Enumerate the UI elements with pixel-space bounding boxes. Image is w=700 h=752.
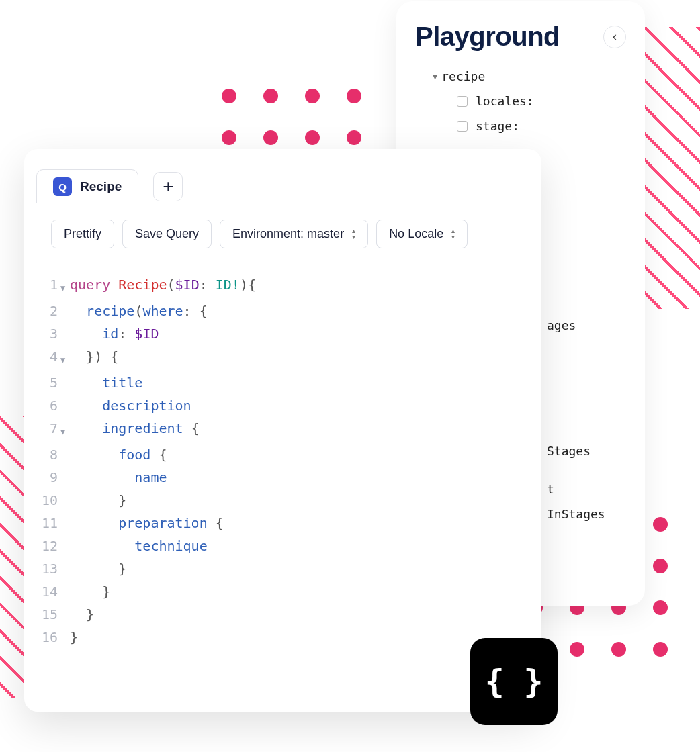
chevron-left-icon: ‹	[613, 30, 617, 44]
tab-recipe[interactable]: Q Recipe	[36, 169, 138, 203]
tree-node-recipe[interactable]: ▼ recipe	[433, 64, 626, 89]
line-number: 16	[40, 626, 60, 649]
editor-toolbar: Prettify Save Query Environment: master …	[24, 207, 541, 261]
fold-caret-icon	[60, 512, 70, 534]
query-badge-icon: Q	[53, 177, 72, 196]
code-line[interactable]: 5 title	[40, 371, 525, 394]
code-line[interactable]: 15 }	[40, 603, 525, 626]
code-line[interactable]: 6 description	[40, 394, 525, 417]
tree-item-stage[interactable]: stage:	[433, 113, 626, 138]
code-line[interactable]: 16}	[40, 626, 525, 649]
code-line-content: }	[70, 626, 78, 649]
query-editor-panel: Q Recipe + Prettify Save Query Environme…	[24, 149, 541, 712]
line-number: 13	[40, 557, 60, 580]
add-tab-button[interactable]: +	[153, 172, 183, 201]
code-line-content: technique	[70, 534, 208, 557]
tab-label: Recipe	[80, 179, 122, 194]
code-line-content: }	[70, 580, 110, 603]
line-number: 1	[40, 273, 60, 299]
line-number: 12	[40, 534, 60, 557]
fold-caret-icon[interactable]: ▼	[60, 417, 70, 443]
fold-caret-icon	[60, 394, 70, 417]
select-label: No Locale	[389, 227, 443, 241]
fold-caret-icon[interactable]: ▼	[60, 345, 70, 371]
playground-title: Playground	[415, 21, 560, 52]
fold-caret-icon	[60, 322, 70, 345]
tree-item-label: locales:	[476, 94, 534, 108]
fold-caret-icon	[60, 626, 70, 649]
code-line-content: preparation {	[70, 512, 224, 534]
code-line-content: title	[70, 371, 142, 394]
code-line-content: }	[70, 603, 94, 626]
fold-caret-icon	[60, 489, 70, 512]
dot-grid-top	[222, 89, 361, 145]
braces-icon: { }	[485, 663, 543, 700]
checkbox-icon[interactable]	[457, 96, 468, 107]
code-line-content: }	[70, 557, 126, 580]
code-line[interactable]: 9 name	[40, 466, 525, 489]
code-line[interactable]: 7▼ ingredient {	[40, 417, 525, 443]
line-number: 14	[40, 580, 60, 603]
line-number: 11	[40, 512, 60, 534]
checkbox-icon[interactable]	[457, 121, 468, 132]
plus-icon: +	[163, 176, 173, 197]
line-number: 7	[40, 417, 60, 443]
line-number: 15	[40, 603, 60, 626]
code-line-content: description	[70, 394, 191, 417]
line-number: 4	[40, 345, 60, 371]
code-editor[interactable]: 1▼query Recipe($ID: ID!){2 recipe(where:…	[24, 261, 541, 661]
code-line[interactable]: 2 recipe(where: {	[40, 299, 525, 322]
code-line-content: query Recipe($ID: ID!){	[70, 273, 256, 299]
fold-caret-icon[interactable]: ▼	[60, 273, 70, 299]
tab-bar: Q Recipe +	[24, 149, 541, 203]
code-line[interactable]: 3 id: $ID	[40, 322, 525, 345]
code-line[interactable]: 11 preparation {	[40, 512, 525, 534]
line-number: 9	[40, 466, 60, 489]
tree-item-label: stage:	[476, 119, 519, 133]
fold-caret-icon	[60, 443, 70, 466]
tree-item-locales[interactable]: locales:	[433, 89, 626, 113]
code-line-content: name	[70, 466, 167, 489]
code-line-content: }	[70, 489, 126, 512]
select-label: Environment: master	[232, 227, 344, 241]
sort-icon	[451, 228, 455, 240]
code-line[interactable]: 4▼ }) {	[40, 345, 525, 371]
code-line[interactable]: 12 technique	[40, 534, 525, 557]
code-line-content: food {	[70, 443, 167, 466]
code-line[interactable]: 13 }	[40, 557, 525, 580]
code-badge: { }	[470, 638, 558, 725]
environment-select[interactable]: Environment: master	[220, 220, 368, 248]
code-line-content: }) {	[70, 345, 118, 371]
code-line[interactable]: 8 food {	[40, 443, 525, 466]
line-number: 2	[40, 299, 60, 322]
button-label: Prettify	[64, 227, 101, 241]
fold-caret-icon	[60, 371, 70, 394]
code-line-content: id: $ID	[70, 322, 159, 345]
button-label: Save Query	[135, 227, 199, 241]
caret-down-icon: ▼	[433, 72, 437, 81]
code-line[interactable]: 1▼query Recipe($ID: ID!){	[40, 273, 525, 299]
line-number: 3	[40, 322, 60, 345]
line-number: 8	[40, 443, 60, 466]
tree-node-label: recipe	[441, 69, 485, 83]
code-line[interactable]: 14 }	[40, 580, 525, 603]
save-query-button[interactable]: Save Query	[122, 220, 212, 248]
line-number: 10	[40, 489, 60, 512]
code-line-content: ingredient {	[70, 417, 200, 443]
fold-caret-icon	[60, 557, 70, 580]
sort-icon	[352, 228, 355, 240]
line-number: 6	[40, 394, 60, 417]
fold-caret-icon	[60, 603, 70, 626]
fold-caret-icon	[60, 580, 70, 603]
code-line[interactable]: 10 }	[40, 489, 525, 512]
prettify-button[interactable]: Prettify	[51, 220, 114, 248]
code-line-content: recipe(where: {	[70, 299, 208, 322]
collapse-button[interactable]: ‹	[603, 26, 626, 48]
line-number: 5	[40, 371, 60, 394]
fold-caret-icon	[60, 299, 70, 322]
fold-caret-icon	[60, 534, 70, 557]
fold-caret-icon	[60, 466, 70, 489]
locale-select[interactable]: No Locale	[376, 220, 468, 248]
